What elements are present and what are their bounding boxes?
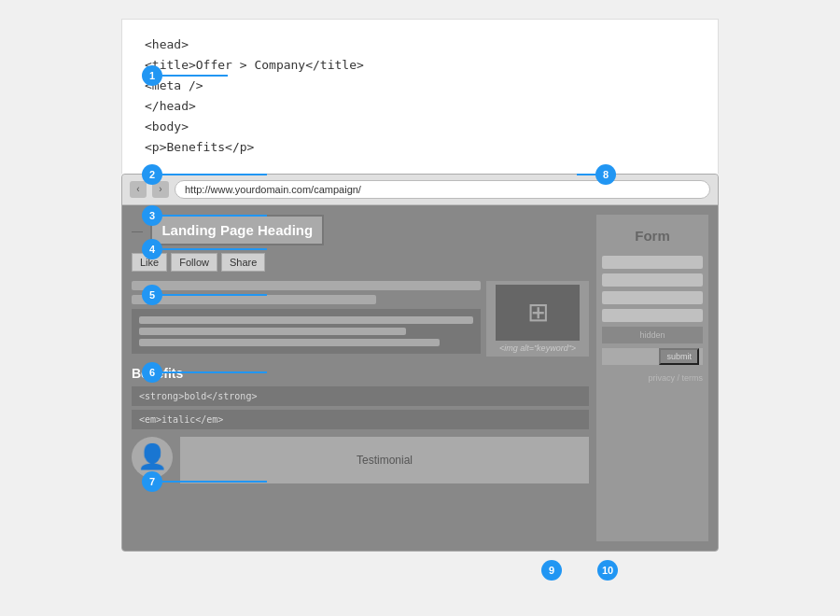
benefit-item-2: <em>italic</em> xyxy=(132,410,589,429)
badge-line-1 xyxy=(162,75,228,77)
form-hidden-field: hidden xyxy=(602,327,703,343)
image-block: ⊞ <img alt="keyword"> xyxy=(486,281,589,357)
badge-5: 5 xyxy=(142,285,162,305)
bullet-line-1 xyxy=(139,316,473,324)
badge-7: 7 xyxy=(142,471,162,492)
bullet-line-3 xyxy=(139,339,440,346)
form-field-4[interactable] xyxy=(602,309,703,322)
image-placeholder: ⊞ xyxy=(496,285,580,341)
share-button[interactable]: Share xyxy=(221,253,265,272)
person-icon: 👤 xyxy=(137,442,167,471)
benefits-section: Benefits <strong>bold</strong> <em>itali… xyxy=(132,366,589,429)
browser-toolbar: ‹ › http://www.yourdomain.com/campaign/ xyxy=(122,175,718,205)
badge-line-8 xyxy=(577,174,595,175)
landing-page-heading: Landing Page Heading xyxy=(150,215,324,245)
form-field-2[interactable] xyxy=(602,273,703,287)
benefit-item-1: <strong>bold</strong> xyxy=(132,386,589,406)
lp-heading: — Landing Page Heading xyxy=(132,215,589,253)
badge-9: 9 xyxy=(541,560,562,581)
submit-button[interactable]: submit xyxy=(659,348,699,365)
url-bar[interactable]: http://www.yourdomain.com/campaign/ xyxy=(175,180,710,199)
code-block: <head> <title>Offer > Company</title> <m… xyxy=(121,19,719,174)
main-container: <head> <title>Offer > Company</title> <m… xyxy=(121,19,719,552)
form-field-1[interactable] xyxy=(602,256,703,269)
badge-line-2 xyxy=(162,174,267,175)
text-line-2 xyxy=(132,295,376,304)
testimonial-section: 👤 Testimonial xyxy=(132,437,589,483)
badge-6: 6 xyxy=(142,362,162,383)
image-alt-text: <img alt="keyword"> xyxy=(499,343,576,353)
text-line-1 xyxy=(132,281,481,290)
privacy-terms[interactable]: privacy / terms xyxy=(602,373,703,383)
testimonial-label: Testimonial xyxy=(357,454,413,467)
code-line-3: <meta /> xyxy=(145,76,695,96)
media-row: ⊞ <img alt="keyword"> xyxy=(132,281,589,357)
code-line-5: <body> xyxy=(145,117,695,137)
back-button[interactable]: ‹ xyxy=(130,181,147,198)
code-line-1: <head> xyxy=(145,35,695,55)
form-label: Form xyxy=(602,220,703,251)
badge-3: 3 xyxy=(142,205,162,226)
badge-line-6 xyxy=(162,371,267,373)
social-buttons: Like Follow Share xyxy=(132,253,589,272)
badge-line-7 xyxy=(162,481,267,483)
badge-8: 8 xyxy=(595,164,616,185)
bullet-block xyxy=(132,309,481,354)
badge-4: 4 xyxy=(142,239,162,259)
text-block xyxy=(132,281,481,357)
code-line-6: <p>Benefits</p> xyxy=(145,137,695,158)
benefits-title: Benefits xyxy=(132,366,589,381)
badge-line-4 xyxy=(162,248,267,250)
form-submit-row: submit xyxy=(602,348,703,365)
code-line-2: <title>Offer > Company</title> xyxy=(145,55,695,76)
sidebar-form: Form hidden submit privacy / terms xyxy=(596,215,708,541)
lp-main: — Landing Page Heading Like Follow Share xyxy=(132,215,596,541)
form-field-3[interactable] xyxy=(602,291,703,304)
lp-content: — Landing Page Heading Like Follow Share xyxy=(122,205,718,551)
badge-10: 10 xyxy=(597,560,618,581)
badge-line-5 xyxy=(162,294,267,296)
bullet-line-2 xyxy=(139,328,406,335)
testimonial-box: Testimonial xyxy=(180,437,589,483)
badge-2: 2 xyxy=(142,164,162,185)
follow-button[interactable]: Follow xyxy=(171,253,217,272)
badge-1: 1 xyxy=(142,65,162,86)
badge-line-3 xyxy=(162,215,267,217)
browser-mock: ‹ › http://www.yourdomain.com/campaign/ … xyxy=(121,174,719,552)
code-line-4: </head> xyxy=(145,96,695,117)
image-icon: ⊞ xyxy=(527,297,549,328)
